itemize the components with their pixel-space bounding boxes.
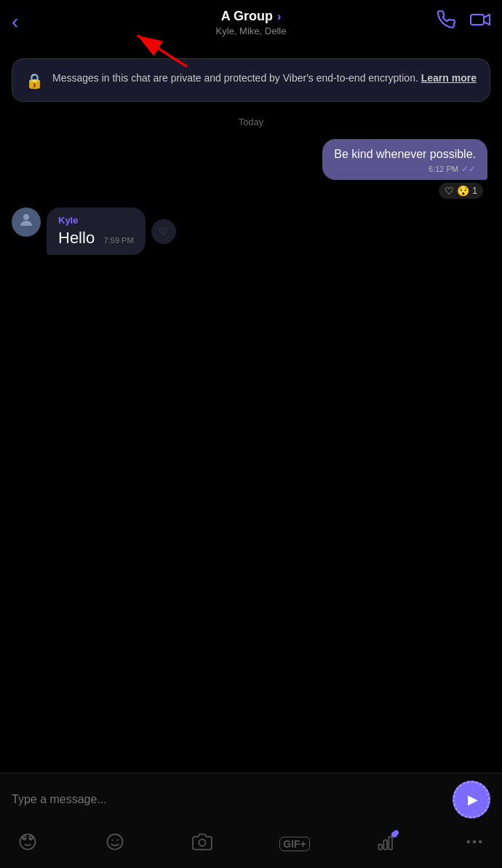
header-actions [437, 10, 490, 33]
learn-more-link[interactable]: Learn more [421, 72, 477, 84]
reaction-item[interactable]: ♡ 😯 1 [439, 183, 483, 199]
gif-button[interactable]: GIF+ [276, 834, 313, 854]
message-time: 7:59 PM [104, 236, 134, 245]
date-separator: Today [12, 117, 490, 127]
more-button[interactable] [461, 829, 487, 859]
message-text: Be kind whenever possible. [334, 148, 476, 161]
svg-point-16 [466, 840, 470, 844]
svg-point-3 [23, 214, 29, 220]
voice-icon [377, 832, 397, 856]
toolbar-row: GIF+ [12, 829, 490, 859]
reaction-count: 1 [472, 186, 477, 196]
svg-rect-15 [389, 837, 392, 850]
message-input[interactable] [12, 793, 445, 806]
group-name: A Group [221, 9, 273, 24]
svg-point-17 [473, 840, 477, 844]
privacy-text: Messages in this chat are private and pr… [52, 71, 477, 86]
message-bubble-sent: Be kind whenever possible. 6:12 PM ✓✓ [322, 139, 487, 180]
camera-icon [192, 832, 212, 856]
heart-outline-icon: ♡ [159, 226, 168, 237]
heart-reaction-icon: ♡ [445, 185, 454, 197]
group-title: A Group › [216, 9, 287, 24]
sticker-button[interactable] [15, 829, 41, 859]
header-center[interactable]: A Group › Kyle, Mike, Delle [216, 9, 287, 36]
group-members: Kyle, Mike, Delle [216, 25, 287, 36]
voice-button[interactable] [374, 829, 400, 859]
messages-container: Be kind whenever possible. 6:12 PM ✓✓ ♡ … [12, 139, 490, 255]
svg-point-10 [111, 840, 113, 841]
svg-point-12 [199, 840, 206, 846]
message-bubble-received: Kyle Hello 7:59 PM [47, 208, 146, 255]
gif-icon: GIF+ [279, 837, 310, 851]
received-message: Kyle Hello 7:59 PM ♡ [12, 208, 490, 255]
header: ‹ A Group › Kyle, Mike, Delle [0, 0, 502, 44]
emoji-button[interactable] [102, 829, 128, 859]
video-call-button[interactable] [470, 10, 490, 33]
svg-rect-0 [471, 15, 484, 25]
message-input-row: ▶ [12, 781, 490, 818]
chat-area: 🔒 Messages in this chat are private and … [0, 44, 502, 766]
svg-point-9 [108, 835, 123, 850]
svg-rect-14 [383, 840, 387, 850]
message-text: Hello [58, 229, 95, 247]
input-area: ▶ [0, 773, 502, 868]
emoji-icon [105, 832, 125, 856]
sticker-icon [17, 832, 38, 856]
sender-name: Kyle [58, 215, 134, 226]
sent-message: Be kind whenever possible. 6:12 PM ✓✓ ♡ … [12, 139, 490, 199]
dizzy-reaction-icon: 😯 [457, 185, 469, 197]
avatar-icon [17, 211, 35, 233]
voice-dot-indicator [391, 832, 397, 837]
svg-point-18 [479, 840, 482, 844]
add-reaction-button[interactable]: ♡ [151, 219, 176, 244]
reaction-bar: ♡ 😯 1 [439, 183, 483, 199]
send-icon: ▶ [468, 792, 478, 808]
svg-rect-13 [378, 845, 382, 850]
avatar [12, 208, 41, 237]
back-button[interactable]: ‹ [12, 12, 18, 32]
message-time: 6:12 PM ✓✓ [334, 164, 476, 174]
privacy-notice: 🔒 Messages in this chat are private and … [12, 58, 490, 102]
svg-point-7 [23, 836, 26, 840]
call-button[interactable] [437, 10, 455, 33]
chevron-icon: › [277, 10, 281, 23]
send-button[interactable]: ▶ [453, 781, 490, 818]
camera-button[interactable] [189, 829, 215, 859]
more-icon [464, 832, 485, 856]
svg-point-11 [116, 840, 118, 841]
svg-point-8 [29, 836, 33, 840]
read-receipts-icon: ✓✓ [461, 164, 476, 174]
lock-icon: 🔒 [25, 72, 44, 90]
